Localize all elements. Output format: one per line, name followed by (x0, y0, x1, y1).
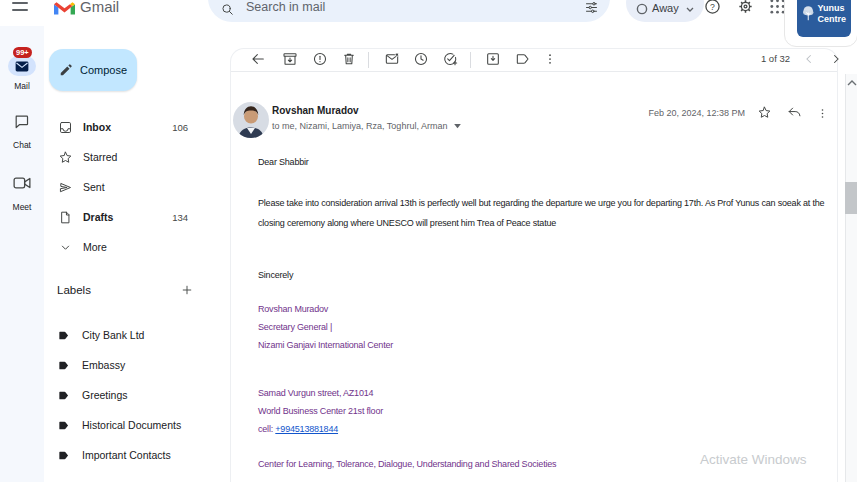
archive-button[interactable] (282, 51, 298, 67)
sidebar-item-more[interactable]: More (44, 233, 204, 261)
status-selector[interactable]: Away (626, 0, 704, 22)
sidebar-label-greetings[interactable]: Greetings (44, 383, 214, 407)
sidebar: Compose Inbox 106 Starred Sent (44, 26, 230, 482)
hamburger-menu-icon[interactable] (12, 0, 28, 14)
signature-title: Secretary General | (258, 321, 332, 334)
move-to-button[interactable] (485, 51, 501, 67)
app-rail: 99+ Mail Chat Meet (0, 26, 44, 482)
sidebar-label-city-bank-ltd[interactable]: City Bank Ltd (44, 323, 214, 347)
show-details-caret-icon[interactable] (454, 124, 461, 129)
label-name: Historical Documents (82, 419, 181, 431)
search-input[interactable]: Search in mail (208, 0, 610, 22)
rail-label-chat[interactable]: Chat (0, 140, 44, 150)
rail-item-mail[interactable] (8, 56, 36, 76)
mail-unread-badge: 99+ (13, 47, 32, 58)
label-tag-icon (58, 329, 71, 342)
create-label-button[interactable] (180, 283, 194, 297)
svg-text:?: ? (710, 2, 715, 12)
recipients-line[interactable]: to me, Nizami, Lamiya, Rza, Toghrul, Arm… (272, 121, 461, 131)
message-more-icon[interactable] (816, 106, 829, 121)
email-closing: Sincerely (258, 269, 293, 282)
label-tag-icon (58, 449, 71, 462)
nav-label: More (83, 241, 107, 253)
signature-organization: Nizami Ganjavi International Center (258, 339, 393, 352)
settings-gear-icon[interactable] (736, 0, 755, 16)
signature-cell-line: cell: +994513881844 (258, 423, 338, 436)
help-icon[interactable]: ? (703, 0, 722, 16)
report-spam-button[interactable] (312, 51, 328, 67)
compose-button[interactable]: Compose (49, 49, 137, 91)
sender-name[interactable]: Rovshan Muradov (272, 105, 359, 116)
snooze-button[interactable] (413, 51, 429, 67)
yunus-centre-logo[interactable]: Yunus Centre (797, 0, 851, 37)
yunus-logo-line1: Yunus (817, 3, 846, 14)
compose-label: Compose (80, 64, 127, 76)
rail-item-chat[interactable] (13, 113, 30, 130)
rail-item-meet[interactable] (13, 175, 31, 191)
email-body-line2: closing ceremony along where UNESCO will… (258, 217, 556, 230)
star-icon (58, 150, 73, 165)
nav-label: Inbox (83, 121, 111, 133)
chevron-down-icon (686, 7, 694, 13)
email-content: Rovshan Muradov to me, Nizami, Lamiya, R… (230, 72, 838, 482)
sidebar-label-embassy[interactable]: Embassy (44, 353, 214, 377)
label-tag-icon (58, 389, 71, 402)
back-button[interactable] (250, 51, 266, 67)
labels-header: Labels (57, 284, 91, 296)
sidebar-item-drafts[interactable]: Drafts 134 (44, 203, 204, 231)
rail-label-mail[interactable]: Mail (0, 81, 44, 91)
recipients-text: to me, Nizami, Lamiya, Rza, Toghrul, Arm… (272, 121, 447, 131)
label-name: Greetings (82, 389, 128, 401)
yunus-logo-line2: Centre (817, 14, 846, 25)
label-tag-icon (58, 359, 71, 372)
delete-button[interactable] (341, 51, 357, 67)
pagination-counter: 1 of 32 (740, 53, 790, 64)
inbox-icon (58, 120, 73, 135)
status-label: Away (652, 2, 679, 14)
chat-icon (13, 113, 30, 130)
toolbar-divider-1 (368, 52, 369, 68)
search-options-icon[interactable] (584, 0, 599, 15)
email-date: Feb 20, 2024, 12:38 PM (625, 108, 745, 118)
sidebar-label-important-contacts[interactable]: Important Contacts (44, 443, 214, 467)
chevron-down-icon (58, 240, 73, 255)
label-tag-icon (58, 419, 71, 432)
reply-icon[interactable] (787, 105, 802, 120)
star-message-icon[interactable] (757, 105, 772, 120)
labels-button[interactable] (515, 51, 531, 67)
header-bar: Gmail Search in mail Away (0, 0, 857, 26)
scroll-up-arrow-icon[interactable] (847, 79, 857, 87)
older-chevron-icon[interactable] (829, 52, 843, 66)
tree-icon (802, 3, 814, 25)
plus-icon (180, 283, 194, 297)
more-options-button[interactable] (543, 51, 557, 67)
cell-number-link[interactable]: +994513881844 (275, 424, 338, 434)
sidebar-item-inbox[interactable]: Inbox 106 (44, 113, 204, 141)
sidebar-item-sent[interactable]: Sent (44, 173, 204, 201)
email-body-line1: Please take into consideration arrival 1… (258, 197, 824, 210)
search-icon[interactable] (220, 2, 235, 17)
add-to-tasks-button[interactable] (442, 51, 458, 67)
nav-label: Starred (83, 151, 117, 163)
label-name: Embassy (82, 359, 125, 371)
draft-icon (58, 210, 73, 225)
gmail-wordmark: Gmail (80, 0, 119, 15)
sidebar-label-historical-documents[interactable]: Historical Documents (44, 413, 214, 437)
signature-tagline: Center for Learning, Tolerance, Dialogue… (258, 458, 556, 471)
newer-chevron-icon[interactable] (802, 52, 816, 66)
gmail-window: Gmail Search in mail Away (0, 0, 857, 482)
sender-avatar[interactable] (233, 102, 269, 138)
pencil-icon (59, 63, 73, 77)
signature-name: Rovshan Muradov (258, 303, 328, 316)
label-name: City Bank Ltd (82, 329, 144, 341)
mark-unread-button[interactable] (384, 51, 400, 67)
signature-address2: World Business Center 21st floor (258, 405, 383, 418)
nav-label: Sent (83, 181, 105, 193)
scrollbar-thumb[interactable] (845, 182, 857, 214)
rail-label-meet[interactable]: Meet (0, 202, 44, 212)
activate-windows-watermark: Activate Windows (700, 452, 807, 467)
scrollbar-track[interactable] (845, 74, 857, 482)
account-logo-card[interactable]: Yunus Centre (784, 0, 857, 47)
toolbar-divider-2 (470, 52, 471, 68)
sidebar-item-starred[interactable]: Starred (44, 143, 204, 171)
